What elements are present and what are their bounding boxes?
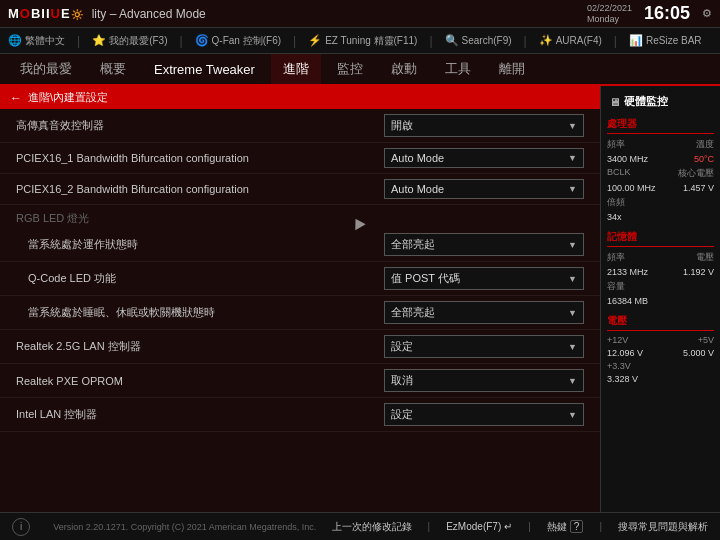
mem-cap-row: 容量 xyxy=(607,280,714,293)
dropdown-hd-audio[interactable]: 開啟 ▼ xyxy=(384,114,584,137)
aura-icon: ✨ xyxy=(539,34,553,47)
toolbar-qfan[interactable]: 🌀 Q-Fan 控制(F6) xyxy=(195,34,281,48)
cpu-bclk-label: BCLK xyxy=(607,167,631,180)
nav-exit[interactable]: 離開 xyxy=(487,54,537,86)
nav-advanced[interactable]: 進階 xyxy=(271,54,321,86)
footer: i Version 2.20.1271. Copyright (C) 2021 … xyxy=(0,512,720,540)
settings-list: 高傳真音效控制器 開啟 ▼ PCIEX16_1 Bandwidth Bifurc… xyxy=(0,109,600,512)
dropdown-pcie1[interactable]: Auto Mode ▼ xyxy=(384,148,584,168)
dropdown-arrow-icon: ▼ xyxy=(568,121,577,131)
navbar: 我的最愛 概要 Extreme Tweaker 進階 監控 啟動 工具 離開 xyxy=(0,54,720,86)
setting-label-intel-lan: Intel LAN 控制器 xyxy=(16,407,384,422)
info-button[interactable]: i xyxy=(12,518,30,536)
volt-12v-label: +12V xyxy=(607,335,628,345)
nav-overview[interactable]: 概要 xyxy=(88,54,138,86)
setting-value-pcie1: Auto Mode ▼ xyxy=(384,148,584,168)
setting-pcie2-bif: PCIEX16_2 Bandwidth Bifurcation configur… xyxy=(0,174,600,205)
footer-actions: 上一次的修改記錄 | EzMode(F7) ↵ | 熱鍵 ? | 搜尋常見問題與… xyxy=(332,520,708,534)
section-rgb-led: RGB LED 燈光 xyxy=(0,205,600,228)
toolbar-aura[interactable]: ✨ AURA(F4) xyxy=(539,34,602,47)
nav-extreme-tweaker[interactable]: Extreme Tweaker xyxy=(142,54,267,86)
dropdown-led-sleep[interactable]: 全部亮起 ▼ xyxy=(384,301,584,324)
toolbar: 🌐 繁體中文 | ⭐ 我的最愛(F3) | 🌀 Q-Fan 控制(F6) | ⚡… xyxy=(0,28,720,54)
dropdown-qcode[interactable]: 值 POST 代碼 ▼ xyxy=(384,267,584,290)
setting-hd-audio: 高傳真音效控制器 開啟 ▼ xyxy=(0,109,600,143)
dropdown-arrow-icon: ▼ xyxy=(568,308,577,318)
volt-33v-row: +3.3V xyxy=(607,361,714,371)
cpu-section-title: 處理器 xyxy=(607,117,714,134)
app-logo: MOBIIUE🔆 xyxy=(8,6,84,21)
volt-33v-value: 3.328 V xyxy=(607,374,638,384)
fav-icon: ⭐ xyxy=(92,34,106,47)
dropdown-intel-lan[interactable]: 設定 ▼ xyxy=(384,403,584,426)
cpu-ratio-row: 倍頻 xyxy=(607,196,714,209)
dropdown-pcie2[interactable]: Auto Mode ▼ xyxy=(384,179,584,199)
dropdown-realtek-pxe[interactable]: 取消 ▼ xyxy=(384,369,584,392)
back-arrow-icon[interactable]: ← xyxy=(10,91,22,105)
setting-value-led-active: 全部亮起 ▼ xyxy=(384,233,584,256)
setting-label-led-sleep: 當系統處於睡眠、休眠或軟關機狀態時 xyxy=(28,305,384,320)
setting-value-intel-lan: 設定 ▼ xyxy=(384,403,584,426)
main-layout: ← 進階\內建置設定 高傳真音效控制器 開啟 ▼ PCIEX16_1 Bandw… xyxy=(0,86,720,512)
volt-12v-row: +12V +5V xyxy=(607,335,714,345)
fan-icon: 🌀 xyxy=(195,34,209,47)
volt-33v-label: +3.3V xyxy=(607,361,631,371)
date-display: 02/22/2021 Monday xyxy=(587,3,632,25)
dropdown-arrow-icon: ▼ xyxy=(568,376,577,386)
dropdown-realtek-lan[interactable]: 設定 ▼ xyxy=(384,335,584,358)
volt-12v-value: 12.096 V xyxy=(607,348,643,358)
cpu-bclk-row: BCLK 核心電壓 xyxy=(607,167,714,180)
nav-tools[interactable]: 工具 xyxy=(433,54,483,86)
memory-section: 記憶體 頻率 電壓 2133 MHz 1.192 V 容量 16384 MB xyxy=(607,230,714,306)
setting-led-sleep: 當系統處於睡眠、休眠或軟關機狀態時 全部亮起 ▼ xyxy=(0,296,600,330)
cpu-vcore-label: 核心電壓 xyxy=(678,167,714,180)
cpu-bclk-value: 100.00 MHz xyxy=(607,183,656,193)
mem-freq-label: 頻率 xyxy=(607,251,625,264)
dropdown-arrow-icon: ▼ xyxy=(568,153,577,163)
setting-value-realtek-pxe: 取消 ▼ xyxy=(384,369,584,392)
voltage-section-title: 電壓 xyxy=(607,314,714,331)
volt-33v-val-row: 3.328 V xyxy=(607,374,714,384)
setting-value-hd-audio: 開啟 ▼ xyxy=(384,114,584,137)
clock-icon[interactable]: ⚙ xyxy=(702,7,712,20)
toolbar-search[interactable]: 🔍 Search(F9) xyxy=(445,34,512,47)
toolbar-ez-tuning[interactable]: ⚡ EZ Tuning 精靈(F11) xyxy=(308,34,417,48)
setting-label-hd-audio: 高傳真音效控制器 xyxy=(16,118,384,133)
section-label-rgb: RGB LED 燈光 xyxy=(16,212,89,224)
cpu-section: 處理器 頻率 溫度 3400 MHz 50°C BCLK 核心電壓 100.00… xyxy=(607,117,714,222)
toolbar-resize-bar[interactable]: 📊 ReSize BAR xyxy=(629,34,702,47)
content-area: ← 進階\內建置設定 高傳真音效控制器 開啟 ▼ PCIEX16_1 Bandw… xyxy=(0,86,600,512)
setting-qcode-led: Q-Code LED 功能 值 POST 代碼 ▼ xyxy=(0,262,600,296)
cpu-freq-value: 3400 MHz xyxy=(607,154,648,164)
cpu-ratio-value: 34x xyxy=(607,212,622,222)
mem-freq-value: 2133 MHz xyxy=(607,267,648,277)
toolbar-favorites[interactable]: ⭐ 我的最愛(F3) xyxy=(92,34,167,48)
setting-label-qcode: Q-Code LED 功能 xyxy=(28,271,384,286)
mem-freq-val-row: 2133 MHz 1.192 V xyxy=(607,267,714,277)
search-faq-button[interactable]: 搜尋常見問題與解析 xyxy=(618,520,708,534)
ez-mode-button[interactable]: EzMode(F7) ↵ xyxy=(446,521,512,532)
cpu-bclk-val-row: 100.00 MHz 1.457 V xyxy=(607,183,714,193)
cpu-temp-value: 50°C xyxy=(694,154,714,164)
last-change-button[interactable]: 上一次的修改記錄 xyxy=(332,520,412,534)
version-text: Version 2.20.1271. Copyright (C) 2021 Am… xyxy=(38,522,332,532)
dropdown-arrow-icon: ▼ xyxy=(568,410,577,420)
nav-monitor[interactable]: 監控 xyxy=(325,54,375,86)
cpu-ratio-val-row: 34x xyxy=(607,212,714,222)
monitor-icon: 🖥 xyxy=(609,96,620,108)
nav-favorites[interactable]: 我的最愛 xyxy=(8,54,84,86)
nav-boot[interactable]: 啟動 xyxy=(379,54,429,86)
setting-value-qcode: 值 POST 代碼 ▼ xyxy=(384,267,584,290)
dropdown-arrow-icon: ▼ xyxy=(568,240,577,250)
dropdown-led-active[interactable]: 全部亮起 ▼ xyxy=(384,233,584,256)
cpu-ratio-label: 倍頻 xyxy=(607,196,625,209)
hotkey-icon: ? xyxy=(570,520,584,533)
hotkey-button[interactable]: 熱鍵 ? xyxy=(547,520,584,534)
setting-value-led-sleep: 全部亮起 ▼ xyxy=(384,301,584,324)
ez-icon: ⚡ xyxy=(308,34,322,47)
toolbar-lang[interactable]: 🌐 繁體中文 xyxy=(8,34,65,48)
mem-volt-label: 電壓 xyxy=(696,251,714,264)
sidebar-title: 🖥 硬體監控 xyxy=(607,92,714,111)
breadcrumb: ← 進階\內建置設定 xyxy=(0,86,600,109)
volt-12v-val-row: 12.096 V 5.000 V xyxy=(607,348,714,358)
